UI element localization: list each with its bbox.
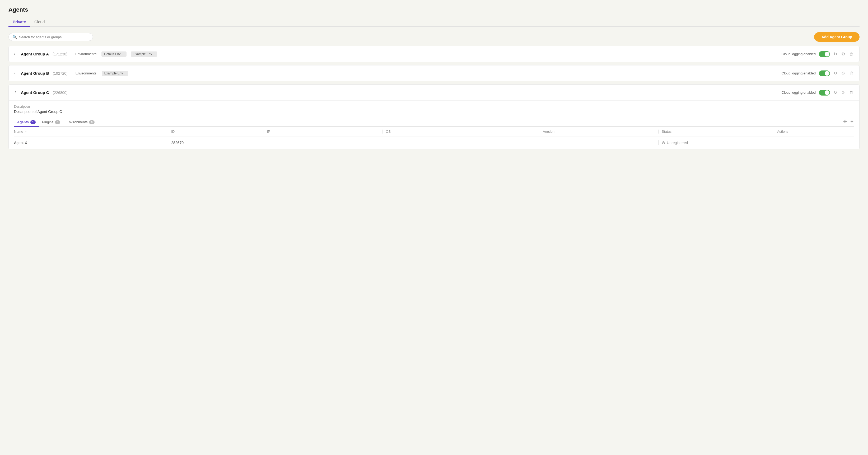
cloud-logging-toggle-a[interactable] bbox=[819, 51, 830, 57]
inner-tabs-left-c: Agents 1 Plugins 0 Environments 0 bbox=[14, 118, 98, 126]
inner-tabs-right-c: ⁜ + bbox=[843, 118, 854, 126]
page-title: Agents bbox=[8, 6, 860, 13]
cloud-logging-label-b: Cloud logging enabled bbox=[782, 71, 816, 75]
group-name-a: Agent Group A bbox=[21, 52, 49, 56]
group-id-a: (171230) bbox=[53, 52, 67, 56]
col-header-name: Name ↑ bbox=[14, 130, 168, 134]
inner-tab-environments[interactable]: Environments 0 bbox=[63, 118, 98, 127]
inner-tab-agents-label: Agents bbox=[17, 120, 29, 124]
agents-badge: 1 bbox=[30, 120, 36, 124]
settings-button-b[interactable]: ⚙ bbox=[841, 70, 845, 76]
chevron-down-icon-c[interactable]: ⌄ bbox=[14, 91, 18, 95]
grid-view-button[interactable]: ⁜ bbox=[843, 118, 848, 125]
main-tabs: Private Cloud bbox=[8, 18, 860, 27]
col-header-id: ID bbox=[168, 130, 264, 134]
agent-group-right-b: Cloud logging enabled ↻ ⚙ 🗑 bbox=[782, 70, 854, 76]
row-id: 282670 bbox=[168, 141, 264, 145]
agent-group-card-b: › Agent Group B (192720) Environments: E… bbox=[8, 65, 860, 81]
agent-group-right-c: Cloud logging enabled ↻ ⚙ 🗑 bbox=[782, 90, 854, 96]
group-id-b: (192720) bbox=[53, 71, 68, 75]
description-label-c: Description bbox=[14, 105, 854, 108]
col-header-actions: Actions bbox=[777, 130, 854, 134]
agent-group-right-a: Cloud logging enabled ↻ ⚙ 🗑 bbox=[782, 51, 854, 57]
agent-groups-container: › Agent Group A (171230) Environments: D… bbox=[8, 46, 860, 150]
tab-private[interactable]: Private bbox=[8, 18, 30, 27]
refresh-button-c[interactable]: ↻ bbox=[833, 90, 838, 96]
delete-button-b[interactable]: 🗑 bbox=[849, 70, 854, 76]
cloud-logging-toggle-b[interactable] bbox=[819, 70, 830, 76]
status-unregistered: ⊘ Unregistered bbox=[662, 140, 777, 145]
inner-tab-plugins-label: Plugins bbox=[42, 120, 53, 124]
inner-tabs-c: Agents 1 Plugins 0 Environments 0 ⁜ + bbox=[14, 118, 854, 127]
agents-table: Name ↑ ID IP OS Version Status Actions A… bbox=[14, 127, 854, 149]
delete-button-a[interactable]: 🗑 bbox=[849, 51, 854, 57]
table-row: Agent X 282670 ⊘ Unregistered bbox=[14, 136, 854, 149]
agent-group-left-a: › Agent Group A (171230) Environments: D… bbox=[14, 52, 782, 57]
agent-group-header-b: › Agent Group B (192720) Environments: E… bbox=[9, 65, 859, 81]
table-header: Name ↑ ID IP OS Version Status Actions bbox=[14, 127, 854, 136]
group-name-b: Agent Group B bbox=[21, 71, 49, 75]
agent-group-card-a: › Agent Group A (171230) Environments: D… bbox=[8, 46, 860, 62]
cloud-logging-label-c: Cloud logging enabled bbox=[782, 91, 816, 95]
plugins-badge: 0 bbox=[55, 120, 60, 124]
cloud-logging-toggle-c[interactable] bbox=[819, 90, 830, 96]
cloud-logging-label-a: Cloud logging enabled bbox=[782, 52, 816, 56]
env-badge-a-1[interactable]: Example Env... bbox=[131, 52, 157, 57]
chevron-right-icon-b[interactable]: › bbox=[14, 71, 18, 75]
toolbar: 🔍 Add Agent Group bbox=[8, 32, 860, 42]
environments-label-b: Environments: bbox=[75, 71, 97, 75]
search-box[interactable]: 🔍 bbox=[8, 33, 93, 41]
env-badge-a-0[interactable]: Default Envi... bbox=[101, 52, 127, 57]
description-text-c: Description of Agent Group C bbox=[14, 109, 854, 114]
unregistered-icon: ⊘ bbox=[662, 140, 665, 145]
refresh-button-b[interactable]: ↻ bbox=[833, 70, 838, 76]
group-id-c: (226800) bbox=[53, 91, 68, 95]
inner-tab-plugins[interactable]: Plugins 0 bbox=[39, 118, 63, 127]
search-icon: 🔍 bbox=[12, 35, 17, 39]
col-header-os: OS bbox=[382, 130, 539, 134]
chevron-right-icon-a[interactable]: › bbox=[14, 52, 18, 56]
settings-button-c[interactable]: ⚙ bbox=[841, 90, 845, 96]
env-badge-b-0[interactable]: Example Env... bbox=[102, 71, 128, 76]
agent-group-header-c: ⌄ Agent Group C (226800) Cloud logging e… bbox=[9, 85, 859, 100]
status-text: Unregistered bbox=[667, 141, 688, 145]
agent-group-card-c: ⌄ Agent Group C (226800) Cloud logging e… bbox=[8, 85, 860, 150]
agent-group-left-c: ⌄ Agent Group C (226800) bbox=[14, 90, 782, 95]
search-input[interactable] bbox=[19, 35, 89, 39]
col-header-status: Status bbox=[658, 130, 777, 134]
add-agent-group-button[interactable]: Add Agent Group bbox=[814, 32, 860, 42]
delete-button-c[interactable]: 🗑 bbox=[849, 90, 854, 96]
row-name: Agent X bbox=[14, 141, 168, 145]
refresh-button-a[interactable]: ↻ bbox=[833, 51, 838, 57]
inner-tab-agents[interactable]: Agents 1 bbox=[14, 118, 39, 127]
sort-arrow-name: ↑ bbox=[25, 130, 27, 133]
environments-label-a: Environments: bbox=[75, 52, 97, 56]
inner-tab-environments-label: Environments bbox=[67, 120, 87, 124]
agent-group-header-a: › Agent Group A (171230) Environments: D… bbox=[9, 46, 859, 62]
agent-group-left-b: › Agent Group B (192720) Environments: E… bbox=[14, 71, 782, 76]
tab-cloud[interactable]: Cloud bbox=[30, 18, 49, 27]
settings-button-a[interactable]: ⚙ bbox=[841, 51, 845, 57]
col-header-version: Version bbox=[540, 130, 658, 134]
col-header-ip: IP bbox=[264, 130, 382, 134]
group-name-c: Agent Group C bbox=[21, 90, 49, 95]
add-agent-button[interactable]: + bbox=[850, 118, 854, 125]
environments-badge: 0 bbox=[89, 120, 94, 124]
agent-group-expanded-c: Description Description of Agent Group C… bbox=[9, 100, 859, 149]
row-status: ⊘ Unregistered bbox=[658, 140, 777, 145]
